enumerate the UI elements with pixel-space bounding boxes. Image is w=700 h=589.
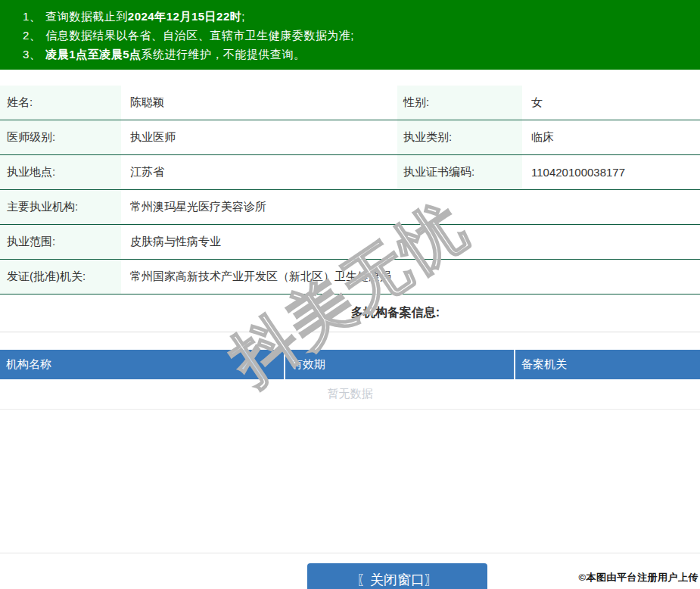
field-value-category: 临床	[522, 120, 700, 154]
field-value-gender: 女	[522, 86, 700, 120]
notice-number: 2、	[23, 29, 41, 42]
notice-number: 1、	[23, 10, 41, 23]
field-value-institution: 常州澳玛星光医疗美容诊所	[121, 190, 700, 224]
multi-institution-section-heading: 多机构备案信息:	[0, 294, 700, 332]
notice-line-3: 3、凌晨1点至凌晨5点系统进行维护，不能提供查询。	[23, 45, 700, 64]
table-row-issuing-authority: 发证(批准)机关: 常州国家高新技术产业开发区（新北区）卫生健康局	[0, 260, 700, 294]
notice-text: 系统进行维护，不能提供查询。	[142, 48, 306, 61]
notice-bold-date: 2024年12月15日22时	[128, 10, 241, 23]
notice-line-1: 1、查询数据截止到2024年12月15日22时;	[23, 7, 700, 26]
column-header-filing-authority: 备案机关	[514, 350, 700, 379]
column-header-institution-name: 机构名称	[0, 350, 284, 379]
field-value-location: 江苏省	[121, 155, 397, 189]
physician-info-table: 姓名: 陈聪颖 性别: 女 医师级别: 执业医师 执业类别: 临床 执业地点: …	[0, 86, 700, 294]
notice-bold-maintenance: 凌晨1点至凌晨5点	[45, 48, 141, 61]
close-window-button[interactable]: 〖关闭窗口〗	[307, 563, 487, 589]
table-row-name-gender: 姓名: 陈聪颖 性别: 女	[0, 86, 700, 120]
notice-line-2: 2、信息数据结果以各省、自治区、直辖市卫生健康委数据为准;	[23, 26, 700, 45]
field-value-name: 陈聪颖	[121, 86, 397, 120]
notice-number: 3、	[23, 48, 41, 61]
notice-text: ;	[241, 10, 245, 23]
footer-divider	[0, 553, 700, 553]
field-label-scope: 执业范围:	[0, 225, 121, 259]
notice-banner: 1、查询数据截止到2024年12月15日22时; 2、信息数据结果以各省、自治区…	[0, 0, 700, 70]
field-value-level: 执业医师	[121, 120, 397, 154]
filing-table-empty-state: 暂无数据	[0, 379, 700, 410]
field-value-cert-number: 110420100038177	[522, 155, 700, 189]
field-label-gender: 性别:	[397, 86, 522, 120]
field-label-issuer: 发证(批准)机关:	[0, 260, 121, 294]
table-row-practice-scope: 执业范围: 皮肤病与性病专业	[0, 225, 700, 260]
notice-text: 查询数据截止到	[45, 10, 128, 23]
field-value-scope: 皮肤病与性病专业	[121, 225, 700, 259]
field-value-issuer: 常州国家高新技术产业开发区（新北区）卫生健康局	[121, 260, 700, 294]
section-title: 多机构备案信息:	[351, 305, 440, 321]
filing-table-header: 机构名称 有效期 备案机关	[0, 350, 700, 379]
field-label-name: 姓名:	[0, 86, 121, 120]
physician-registration-result-page: 1、查询数据截止到2024年12月15日22时; 2、信息数据结果以各省、自治区…	[0, 0, 700, 589]
table-row-level-category: 医师级别: 执业医师 执业类别: 临床	[0, 120, 700, 155]
field-label-institution: 主要执业机构:	[0, 190, 121, 224]
table-row-location-certno: 执业地点: 江苏省 执业证书编码: 110420100038177	[0, 155, 700, 190]
field-label-category: 执业类别:	[397, 120, 522, 154]
column-header-validity-period: 有效期	[284, 350, 514, 379]
field-label-cert-number: 执业证书编码:	[397, 155, 522, 189]
field-label-level: 医师级别:	[0, 120, 121, 154]
table-row-main-institution: 主要执业机构: 常州澳玛星光医疗美容诊所	[0, 190, 700, 225]
notice-text: 信息数据结果以各省、自治区、直辖市卫生健康委数据为准;	[45, 29, 354, 42]
copyright-stamp: ©本图由平台注册用户上传	[578, 571, 698, 584]
field-label-location: 执业地点:	[0, 155, 121, 189]
